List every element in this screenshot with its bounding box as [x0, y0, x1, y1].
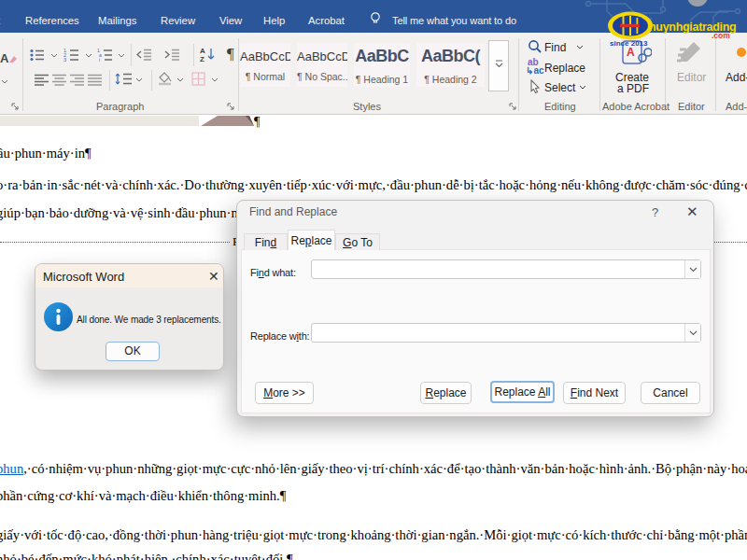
svg-text:since 2013: since 2013	[610, 39, 648, 48]
svg-text:i: i	[99, 57, 100, 62]
svg-text:3: 3	[63, 57, 66, 62]
svg-text:Z: Z	[200, 55, 204, 63]
svg-text:A: A	[200, 47, 205, 55]
svg-text:.com: .com	[712, 31, 730, 40]
